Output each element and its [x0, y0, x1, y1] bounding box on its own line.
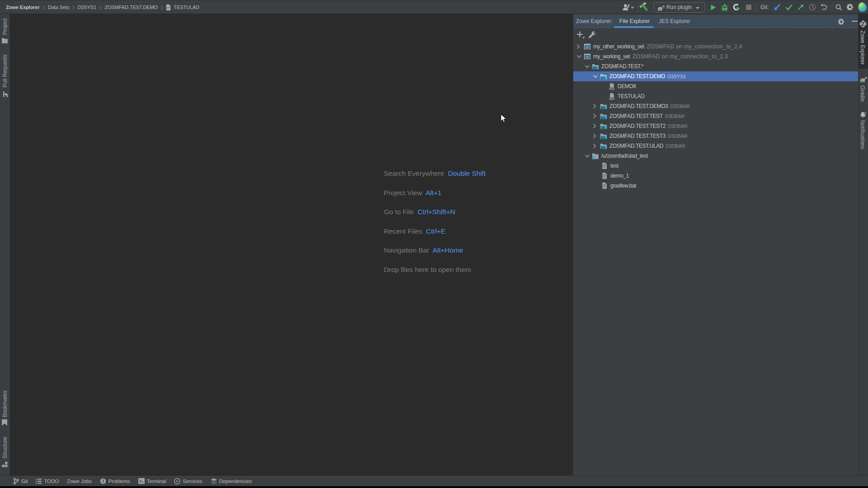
svg-text:DS: DS: [593, 66, 597, 70]
svg-text:DS: DS: [601, 146, 605, 149]
svg-text:DS: DS: [601, 116, 605, 119]
svg-text:DS: DS: [601, 126, 605, 129]
svg-text:MEM: MEM: [609, 88, 614, 90]
svg-text:DS: DS: [601, 136, 605, 139]
svg-text:DS: DS: [601, 106, 605, 109]
svg-text:MEM: MEM: [609, 98, 614, 100]
svg-text:DS: DS: [601, 76, 605, 80]
